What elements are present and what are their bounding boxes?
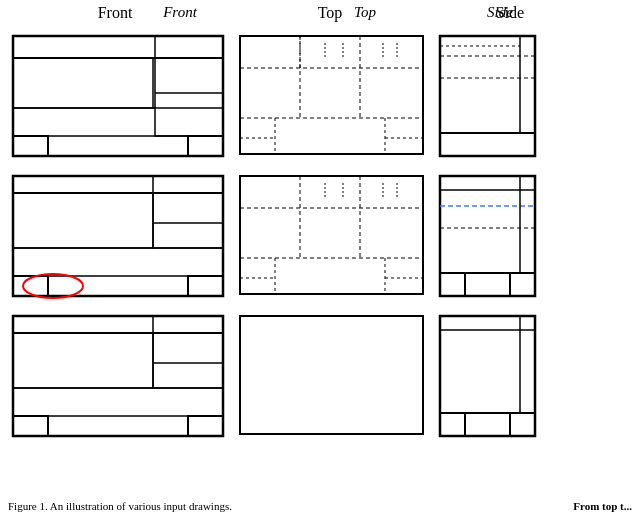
svg-rect-36: [153, 193, 223, 248]
col-header-side: Side: [450, 4, 550, 21]
svg-rect-69: [240, 316, 423, 434]
svg-rect-2: [155, 36, 223, 58]
side-view-3: [435, 308, 545, 443]
front-view-2: [5, 168, 230, 303]
svg-rect-3: [13, 58, 153, 108]
side-view-2: [435, 168, 545, 303]
svg-rect-31: [153, 176, 223, 193]
svg-rect-32: [13, 193, 153, 248]
svg-rect-6: [188, 136, 223, 156]
svg-rect-75: [510, 413, 535, 436]
svg-rect-74: [440, 413, 465, 436]
caption-right: From top t...: [573, 500, 632, 512]
svg-rect-4: [13, 108, 223, 136]
svg-rect-64: [13, 388, 223, 416]
page: Front Top Side: [0, 0, 640, 516]
svg-rect-1: [13, 36, 223, 58]
caption-row: Figure 1. An illustration of various inp…: [8, 500, 632, 512]
svg-rect-58: [440, 273, 465, 296]
svg-rect-7: [155, 58, 223, 136]
svg-rect-35: [188, 276, 223, 296]
svg-point-38: [23, 274, 83, 298]
svg-rect-9: [240, 36, 423, 154]
svg-rect-39: [240, 176, 423, 294]
svg-rect-33: [13, 248, 223, 276]
svg-rect-0: [13, 36, 223, 156]
svg-rect-59: [510, 273, 535, 296]
col-header-top: Top: [290, 4, 440, 21]
svg-rect-66: [188, 416, 223, 436]
side-view-1: [435, 28, 545, 163]
caption-left: Figure 1. An illustration of various inp…: [8, 500, 573, 512]
top-view-3: [235, 308, 430, 443]
top-view-1: [235, 28, 430, 163]
svg-rect-5: [13, 136, 48, 156]
svg-rect-65: [13, 416, 48, 436]
svg-rect-62: [153, 316, 223, 333]
top-view-2: [235, 168, 430, 303]
col-header-front: Front: [80, 4, 280, 21]
svg-rect-67: [153, 333, 223, 388]
front-view-1: [5, 28, 230, 163]
front-view-3: [5, 308, 230, 443]
svg-rect-63: [13, 333, 153, 388]
